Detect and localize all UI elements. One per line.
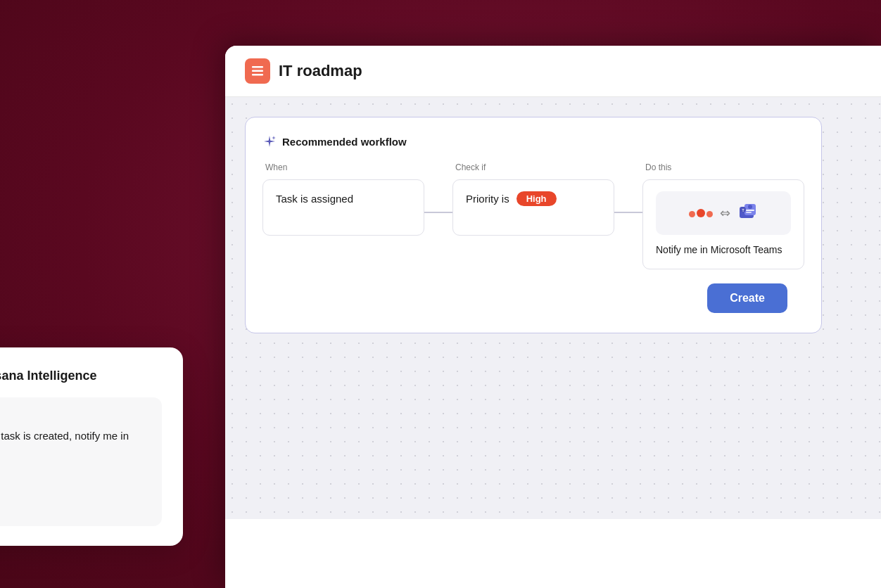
- app-window: IT roadmap Recommended workflow When: [225, 46, 881, 588]
- workflow-header: Recommended workflow: [262, 134, 804, 148]
- priority-prefix: Priority is: [466, 193, 509, 205]
- teams-logo: T: [737, 201, 759, 225]
- notify-text: Notify me in Microsoft Teams: [656, 243, 791, 257]
- asana-icon: [689, 209, 713, 217]
- prompt-label: Prompt: [0, 411, 146, 423]
- asana-dot-left: [689, 211, 695, 217]
- page-title: IT roadmap: [279, 62, 362, 80]
- exchange-icon: ⇔: [720, 205, 730, 221]
- do-this-column: Do this ⇔: [642, 162, 804, 269]
- ai-card-header: Create rule with Asana Intelligence: [0, 367, 162, 385]
- prompt-box: Prompt When a new high priority task is …: [0, 397, 162, 526]
- svg-text:T: T: [742, 208, 744, 212]
- asana-dot-right: [706, 211, 713, 217]
- ai-card: Create rule with Asana Intelligence Prom…: [0, 347, 183, 546]
- svg-point-6: [748, 205, 752, 209]
- svg-rect-0: [252, 66, 263, 68]
- svg-rect-1: [252, 70, 263, 72]
- workflow-columns: When Task is assigned Check if Priority …: [262, 162, 804, 269]
- check-if-label: Check if: [452, 162, 614, 172]
- workflow-title: Recommended workflow: [282, 136, 407, 148]
- connector-1: [424, 212, 452, 213]
- priority-badge: High: [516, 191, 557, 206]
- when-label: When: [262, 162, 424, 172]
- svg-rect-2: [252, 74, 263, 76]
- ai-card-title: Create rule with Asana Intelligence: [0, 369, 96, 383]
- when-card: Task is assigned: [262, 179, 424, 236]
- asana-dot-center: [697, 209, 705, 217]
- workflow-card: Recommended workflow When Task is assign…: [245, 117, 822, 333]
- svg-rect-7: [746, 210, 754, 211]
- check-if-column: Check if Priority is High: [452, 162, 614, 236]
- app-icon: [245, 58, 270, 84]
- dotted-area: Recommended workflow When Task is assign…: [225, 97, 881, 519]
- check-if-card: Priority is High: [452, 179, 614, 236]
- sparkle-icon: [262, 134, 277, 148]
- task-assigned-text: Task is assigned: [276, 193, 353, 205]
- do-this-label: Do this: [642, 162, 804, 172]
- app-header: IT roadmap: [225, 46, 881, 97]
- connector-2: [614, 212, 642, 213]
- list-icon: [251, 64, 265, 78]
- when-column: When Task is assigned: [262, 162, 424, 236]
- prompt-text: When a new high priority task is created…: [0, 428, 146, 460]
- priority-row: Priority is High: [466, 191, 601, 206]
- do-this-card: ⇔: [642, 179, 804, 269]
- create-btn-area: Create: [262, 269, 804, 313]
- teams-icons-row: ⇔: [656, 191, 791, 235]
- svg-rect-8: [746, 212, 752, 213]
- create-button[interactable]: Create: [707, 283, 787, 313]
